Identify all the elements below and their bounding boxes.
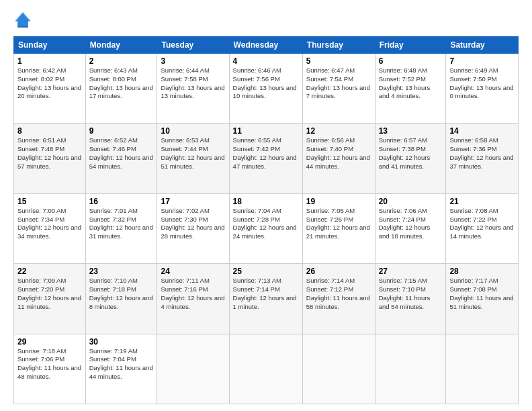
day-number: 11 [233, 126, 299, 136]
day-cell-15: 15 Sunrise: 7:00 AM Sunset: 7:34 PM Dayl… [14, 193, 86, 263]
daylight-hours: Daylight: 13 hours and 0 minutes. [449, 84, 513, 100]
day-cell-13: 13 Sunrise: 6:57 AM Sunset: 7:38 PM Dayl… [375, 124, 446, 193]
day-cell-10: 10 Sunrise: 6:53 AM Sunset: 7:44 PM Dayl… [157, 124, 229, 193]
logo-icon [13, 11, 32, 30]
day-cell-7: 7 Sunrise: 6:49 AM Sunset: 7:50 PM Dayli… [446, 54, 519, 124]
sunset-time: Sunset: 7:54 PM [306, 75, 353, 83]
sunset-time: Sunset: 7:10 PM [379, 285, 426, 293]
day-number: 30 [89, 337, 154, 347]
col-monday: Monday [85, 37, 157, 54]
sunset-time: Sunset: 7:44 PM [161, 145, 208, 152]
sunset-time: Sunset: 7:24 PM [379, 216, 426, 223]
daylight-hours: Daylight: 12 hours and 4 minutes. [161, 294, 224, 310]
sunrise-time: Sunrise: 6:57 AM [379, 136, 427, 144]
sunrise-time: Sunrise: 7:17 AM [449, 277, 498, 284]
daylight-hours: Daylight: 12 hours and 54 minutes. [89, 154, 153, 170]
sunrise-time: Sunrise: 6:49 AM [449, 66, 498, 74]
daylight-hours: Daylight: 12 hours and 24 minutes. [233, 224, 297, 240]
sunset-time: Sunset: 7:22 PM [449, 216, 496, 223]
daylight-hours: Daylight: 12 hours and 47 minutes. [233, 154, 297, 170]
daylight-hours: Daylight: 12 hours and 34 minutes. [17, 224, 81, 240]
sunset-time: Sunset: 7:34 PM [17, 216, 64, 223]
day-number: 24 [161, 267, 225, 276]
daylight-hours: Daylight: 11 hours and 48 minutes. [17, 364, 81, 380]
day-info: Sunrise: 7:00 AM Sunset: 7:34 PM Dayligh… [17, 207, 82, 241]
day-info: Sunrise: 7:02 AM Sunset: 7:30 PM Dayligh… [161, 207, 225, 241]
empty-cell [157, 334, 229, 404]
sunrise-time: Sunrise: 6:47 AM [306, 66, 355, 74]
day-info: Sunrise: 7:15 AM Sunset: 7:10 PM Dayligh… [379, 277, 443, 311]
col-sunday: Sunday [14, 37, 86, 54]
sunset-time: Sunset: 7:38 PM [379, 145, 426, 152]
sunset-time: Sunset: 7:26 PM [306, 216, 353, 223]
sunrise-time: Sunrise: 7:15 AM [379, 277, 427, 284]
sunrise-time: Sunrise: 7:02 AM [161, 207, 209, 214]
daylight-hours: Daylight: 13 hours and 10 minutes. [233, 84, 297, 100]
sunset-time: Sunset: 8:00 PM [89, 75, 136, 83]
sunset-time: Sunset: 7:46 PM [89, 145, 136, 152]
sunrise-time: Sunrise: 7:19 AM [89, 347, 138, 355]
day-number: 7 [449, 56, 515, 66]
sunrise-time: Sunrise: 6:48 AM [379, 66, 427, 74]
sunset-time: Sunset: 7:18 PM [89, 285, 136, 293]
sunrise-time: Sunrise: 6:55 AM [233, 136, 281, 144]
day-cell-11: 11 Sunrise: 6:55 AM Sunset: 7:42 PM Dayl… [229, 124, 302, 193]
day-info: Sunrise: 7:06 AM Sunset: 7:24 PM Dayligh… [379, 207, 443, 241]
day-number: 28 [449, 267, 515, 276]
sunset-time: Sunset: 7:48 PM [17, 145, 64, 152]
day-cell-6: 6 Sunrise: 6:48 AM Sunset: 7:52 PM Dayli… [375, 54, 446, 124]
sunrise-time: Sunrise: 6:53 AM [161, 136, 209, 144]
daylight-hours: Daylight: 12 hours and 11 minutes. [17, 294, 81, 310]
day-number: 26 [306, 267, 371, 276]
day-cell-24: 24 Sunrise: 7:11 AM Sunset: 7:16 PM Dayl… [157, 264, 229, 334]
day-info: Sunrise: 7:10 AM Sunset: 7:18 PM Dayligh… [89, 277, 154, 311]
empty-cell [375, 334, 446, 404]
day-cell-18: 18 Sunrise: 7:04 AM Sunset: 7:28 PM Dayl… [229, 193, 302, 263]
sunset-time: Sunset: 7:52 PM [379, 75, 426, 83]
day-info: Sunrise: 7:01 AM Sunset: 7:32 PM Dayligh… [89, 207, 154, 241]
daylight-hours: Daylight: 12 hours and 18 minutes. [379, 224, 431, 240]
day-info: Sunrise: 6:48 AM Sunset: 7:52 PM Dayligh… [379, 66, 443, 101]
day-number: 10 [161, 126, 225, 136]
day-cell-27: 27 Sunrise: 7:15 AM Sunset: 7:10 PM Dayl… [375, 264, 446, 334]
day-number: 29 [17, 337, 82, 347]
day-number: 1 [17, 56, 82, 66]
sunrise-time: Sunrise: 6:42 AM [17, 66, 66, 74]
sunrise-time: Sunrise: 6:51 AM [17, 136, 66, 144]
day-info: Sunrise: 7:11 AM Sunset: 7:16 PM Dayligh… [161, 277, 225, 311]
header [13, 11, 519, 30]
day-cell-25: 25 Sunrise: 7:13 AM Sunset: 7:14 PM Dayl… [229, 264, 302, 334]
day-cell-19: 19 Sunrise: 7:05 AM Sunset: 7:26 PM Dayl… [302, 193, 375, 263]
day-info: Sunrise: 7:14 AM Sunset: 7:12 PM Dayligh… [306, 277, 371, 311]
sunrise-time: Sunrise: 7:04 AM [233, 207, 281, 214]
daylight-hours: Daylight: 13 hours and 7 minutes. [306, 84, 370, 100]
empty-cell [302, 334, 375, 404]
sunrise-time: Sunrise: 6:52 AM [89, 136, 138, 144]
daylight-hours: Daylight: 13 hours and 17 minutes. [89, 84, 153, 100]
day-number: 8 [17, 126, 82, 136]
day-cell-22: 22 Sunrise: 7:09 AM Sunset: 7:20 PM Dayl… [14, 264, 86, 334]
day-number: 18 [233, 197, 299, 206]
sunrise-time: Sunrise: 7:11 AM [161, 277, 209, 284]
page: Sunday Monday Tuesday Wednesday Thursday… [0, 0, 532, 411]
day-number: 13 [379, 126, 443, 136]
sunrise-time: Sunrise: 7:14 AM [306, 277, 355, 284]
day-cell-28: 28 Sunrise: 7:17 AM Sunset: 7:08 PM Dayl… [446, 264, 519, 334]
day-info: Sunrise: 6:52 AM Sunset: 7:46 PM Dayligh… [89, 136, 154, 171]
day-info: Sunrise: 6:44 AM Sunset: 7:58 PM Dayligh… [161, 66, 225, 101]
sunrise-time: Sunrise: 6:44 AM [161, 66, 209, 74]
daylight-hours: Daylight: 12 hours and 57 minutes. [17, 154, 81, 170]
day-number: 27 [379, 267, 443, 276]
day-info: Sunrise: 6:58 AM Sunset: 7:36 PM Dayligh… [449, 136, 515, 171]
sunset-time: Sunset: 7:16 PM [161, 285, 208, 293]
sunset-time: Sunset: 7:32 PM [89, 216, 136, 223]
daylight-hours: Daylight: 13 hours and 13 minutes. [161, 84, 224, 100]
sunset-time: Sunset: 7:36 PM [449, 145, 496, 152]
col-tuesday: Tuesday [157, 37, 229, 54]
day-info: Sunrise: 7:04 AM Sunset: 7:28 PM Dayligh… [233, 207, 299, 241]
day-info: Sunrise: 7:17 AM Sunset: 7:08 PM Dayligh… [449, 277, 515, 311]
day-info: Sunrise: 7:08 AM Sunset: 7:22 PM Dayligh… [449, 207, 515, 241]
daylight-hours: Daylight: 11 hours and 44 minutes. [89, 364, 153, 380]
calendar-week-5: 29 Sunrise: 7:18 AM Sunset: 7:06 PM Dayl… [14, 334, 519, 404]
sunrise-time: Sunrise: 6:46 AM [233, 66, 281, 74]
